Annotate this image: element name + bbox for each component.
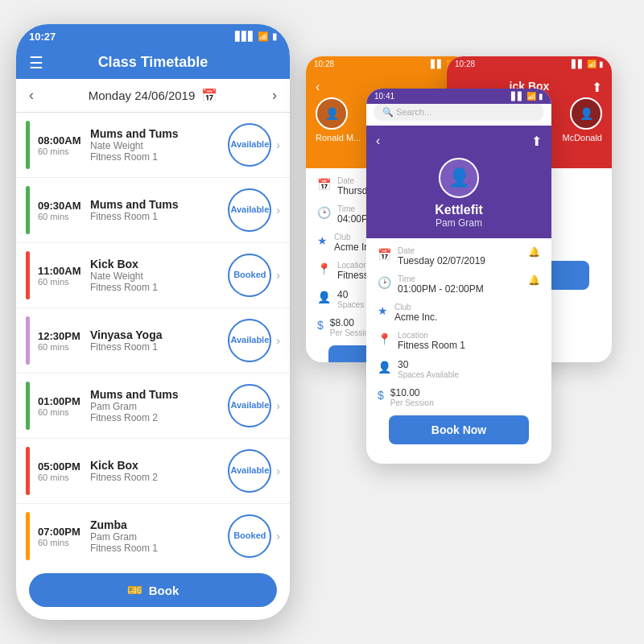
search-bar[interactable]: 🔍 Search... xyxy=(374,104,543,121)
zumba-back-button[interactable]: ‹ xyxy=(316,80,320,94)
class-color-bar xyxy=(26,512,30,560)
kettlefit-price-row: $ $10.00 Per Session xyxy=(378,387,540,407)
kickbox-share-button[interactable]: ⬆ xyxy=(592,80,602,95)
next-date-button[interactable]: › xyxy=(272,87,277,104)
kettlefit-header: ‹ ⬆ 👤 Kettlefit Pam Gram xyxy=(366,126,551,238)
status-circle[interactable]: Available xyxy=(228,449,271,493)
class-time: 01:00PM 60 mins xyxy=(38,395,90,417)
class-name: Vinyasa Yoga xyxy=(90,328,228,341)
class-time-value: 12:30PM xyxy=(38,330,90,342)
kettlefit-club-row: ★ Club Acme Inc. xyxy=(378,303,540,323)
class-room: Fitness Room 1 xyxy=(90,151,228,163)
class-duration: 60 mins xyxy=(38,277,90,287)
status-circle[interactable]: Booked xyxy=(228,254,271,297)
club-icon: ★ xyxy=(317,234,328,247)
people-icon: 👤 xyxy=(378,361,391,374)
class-color-bar xyxy=(26,186,30,234)
class-name: Zumba xyxy=(90,518,228,531)
class-duration: 60 mins xyxy=(38,473,90,482)
class-room: Fitness Room 2 xyxy=(90,472,228,483)
class-time-value: 07:00PM xyxy=(38,526,90,538)
kickbox-status-bar: 10:28 ▋▋ 📶 ▮ xyxy=(447,56,612,72)
class-item[interactable]: 09:30AM 60 mins Mums and Tums Fitness Ro… xyxy=(16,178,290,243)
kickbox-avatar: 👤 xyxy=(570,97,602,130)
kettlefit-time: 10:41 xyxy=(374,92,394,101)
class-duration: 60 mins xyxy=(38,342,90,352)
class-info: Kick Box Fitness Room 2 xyxy=(90,459,228,483)
class-info: Vinyasa Yoga Fitness Room 1 xyxy=(90,328,228,353)
kettlefit-time-row: 🕑 Time 01:00PM - 02:00PM 🔔 xyxy=(378,275,540,295)
class-name: Kick Box xyxy=(90,258,228,270)
kickbox-icons: ▋▋ 📶 ▮ xyxy=(572,60,604,68)
class-color-bar xyxy=(26,382,30,430)
clock-icon: 🕑 xyxy=(317,206,331,219)
class-status-wrap: Booked › xyxy=(228,514,280,558)
class-item[interactable]: 11:00AM 60 mins Kick Box Nate Weight Fit… xyxy=(16,243,290,308)
kettlefit-location-row: 📍 Location Fitness Room 1 xyxy=(378,331,540,351)
chevron-right-icon: › xyxy=(276,530,280,543)
classes-list: 08:00AM 60 mins Mums and Tums Nate Weigh… xyxy=(16,113,290,565)
class-item[interactable]: 08:00AM 60 mins Mums and Tums Nate Weigh… xyxy=(16,113,290,178)
location-icon: 📍 xyxy=(317,262,331,275)
app-header: ☰ Class Timetable xyxy=(16,46,290,79)
app-title: Class Timetable xyxy=(98,54,208,71)
kettlefit-avatar: 👤 xyxy=(439,158,479,198)
kickbox-instructor: McDonald xyxy=(562,133,602,142)
bell-icon[interactable]: 🔔 xyxy=(528,246,540,258)
kettlefit-icons: ▋▋ 📶 ▮ xyxy=(511,92,543,101)
wifi-icon: 📶 xyxy=(258,31,269,42)
class-duration: 60 mins xyxy=(38,147,90,156)
calendar-icon[interactable]: 📅 xyxy=(201,88,217,103)
class-info: Mums and Tums Nate Weight Fitness Room 1 xyxy=(90,127,228,163)
status-circle[interactable]: Available xyxy=(228,319,271,362)
status-circle[interactable]: Booked xyxy=(228,514,271,558)
class-info: Kick Box Nate Weight Fitness Room 1 xyxy=(90,258,228,293)
class-time-value: 08:00AM xyxy=(38,134,90,147)
class-status-wrap: Booked › xyxy=(228,254,280,297)
kettlefit-date-row: 📅 Date Tuesday 02/07/2019 🔔 xyxy=(378,246,540,266)
book-button[interactable]: 🎫 Book xyxy=(29,573,277,607)
hamburger-menu-icon[interactable]: ☰ xyxy=(29,53,43,72)
status-time: 10:27 xyxy=(29,31,56,43)
class-item[interactable]: 01:00PM 60 mins Mums and Tums Pam Gram F… xyxy=(16,374,290,439)
class-duration: 60 mins xyxy=(38,538,90,547)
chevron-right-icon: › xyxy=(276,464,280,477)
class-status-wrap: Available › xyxy=(228,384,280,427)
class-info: Zumba Pam Gram Fitness Room 1 xyxy=(90,518,228,554)
class-time: 12:30PM 60 mins xyxy=(38,330,90,352)
kettlefit-instructor: Pam Gram xyxy=(436,217,482,229)
class-status-wrap: Available › xyxy=(228,449,280,493)
search-icon: 🔍 xyxy=(382,107,394,117)
kettlefit-book-button[interactable]: Book Now xyxy=(389,415,529,444)
class-time: 09:30AM 60 mins xyxy=(38,200,90,221)
class-time: 08:00AM 60 mins xyxy=(38,134,90,156)
class-item[interactable]: 07:00PM 60 mins Zumba Pam Gram Fitness R… xyxy=(16,504,290,565)
location-icon: 📍 xyxy=(378,332,391,345)
status-circle[interactable]: Available xyxy=(228,384,271,427)
calendar-icon: 📅 xyxy=(317,178,331,191)
bell-icon-2[interactable]: 🔔 xyxy=(528,275,540,286)
class-name: Mums and Tums xyxy=(90,198,228,211)
price-icon: $ xyxy=(378,389,384,402)
kettlefit-back-button[interactable]: ‹ xyxy=(376,134,380,148)
cards-area: 10:28 ▋▋ 📶 ▮ ‹ 👤 Ronald M... 📅 Date Thur… xyxy=(306,24,612,620)
class-room: Fitness Room 1 xyxy=(90,341,228,353)
class-item[interactable]: 05:00PM 60 mins Kick Box Fitness Room 2 … xyxy=(16,439,290,504)
class-duration: 60 mins xyxy=(38,407,90,417)
class-status-wrap: Available › xyxy=(228,123,280,167)
class-name: Kick Box xyxy=(90,459,228,472)
class-item[interactable]: 12:30PM 60 mins Vinyasa Yoga Fitness Roo… xyxy=(16,308,290,374)
zumba-time: 10:28 xyxy=(314,60,334,68)
kettlefit-share-button[interactable]: ⬆ xyxy=(531,134,542,149)
status-icons: ▋▋▋ 📶 ▮ xyxy=(235,31,277,42)
clock-icon: 🕑 xyxy=(378,276,391,289)
class-status-wrap: Available › xyxy=(228,319,280,362)
class-color-bar xyxy=(26,251,30,299)
status-circle[interactable]: Available xyxy=(228,188,271,232)
status-circle[interactable]: Available xyxy=(228,123,271,167)
date-label: Monday 24/06/2019 📅 xyxy=(89,88,218,103)
class-time-value: 11:00AM xyxy=(38,265,90,277)
prev-date-button[interactable]: ‹ xyxy=(29,87,34,104)
kettlefit-body: 📅 Date Tuesday 02/07/2019 🔔 🕑 Time 01:00… xyxy=(366,238,551,464)
chevron-right-icon: › xyxy=(276,204,280,217)
